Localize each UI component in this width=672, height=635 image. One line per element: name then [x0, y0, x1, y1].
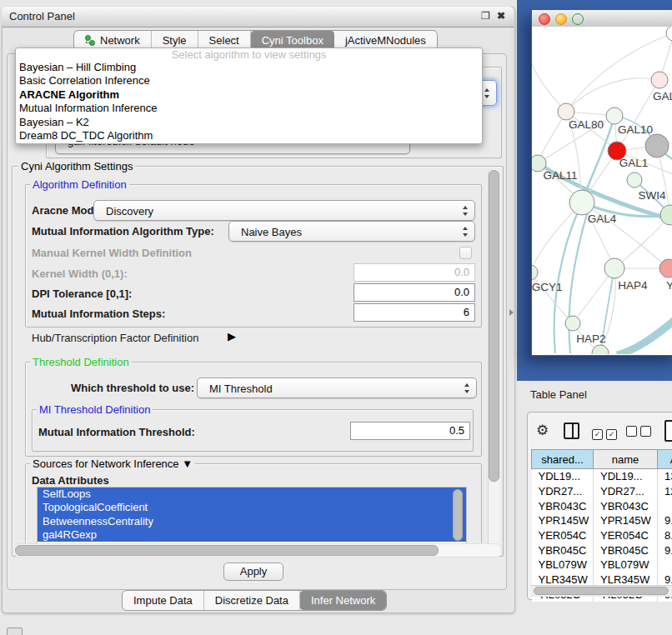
network-icon — [85, 35, 95, 46]
algorithm-option-mutual-information-inference[interactable]: Mutual Information Inference — [16, 102, 482, 115]
panel-splitter-arrow-icon[interactable] — [509, 309, 514, 316]
table-panel-title: Table Panel — [530, 388, 587, 401]
network-node-swi4[interactable] — [627, 172, 642, 188]
manual-kernel-checkbox[interactable] — [459, 247, 472, 259]
control-panel-titlebar[interactable]: Control Panel — [2, 7, 514, 28]
tab-cyni-toolbox-label: Cyni Toolbox — [262, 34, 323, 47]
column-header-name[interactable]: name — [594, 450, 658, 469]
cell: YDL19... — [594, 469, 658, 484]
mi-threshold-group-title: MI Threshold Definition — [37, 403, 153, 416]
table-row[interactable]: YBR043CYBR043C — [532, 498, 672, 513]
cell: YDL19... — [532, 469, 594, 484]
algorithm-option-basic-correlation-inference[interactable]: Basic Correlation Inference — [16, 74, 482, 88]
attribute-item-gal4rgexp[interactable]: gal4RGexp — [38, 528, 466, 542]
deselect-all-icon[interactable] — [626, 425, 654, 440]
close-icon[interactable]: ✖ — [497, 10, 505, 22]
aracne-mode-value: Discovery — [106, 204, 153, 217]
aracne-mode-combo[interactable]: Discovery — [93, 200, 475, 221]
cell — [658, 498, 672, 513]
dpi-tolerance-field[interactable]: 0.0 — [354, 283, 475, 302]
table-row[interactable]: YBR045CYBR045C9. — [532, 542, 672, 558]
network-window[interactable]: GALGAL80GAL10GAL1GAL11SWI4GAL4GCY1HAP4YH… — [531, 9, 672, 356]
network-node[interactable] — [666, 27, 672, 41]
select-all-icon[interactable]: ✓✓ — [592, 425, 620, 440]
table-row[interactable]: YDR27...YDR27...12 — [532, 484, 672, 499]
network-node-hap4[interactable] — [604, 258, 624, 278]
network-canvas[interactable]: GALGAL80GAL10GAL1GAL11SWI4GAL4GCY1HAP4YH… — [532, 27, 672, 354]
kernel-width-field[interactable]: 0.0 — [354, 263, 475, 282]
float-window-icon[interactable]: ❐ — [481, 10, 490, 22]
tab-infer-network-label: Infer Network — [311, 594, 375, 607]
tab-discretize-data[interactable]: Discretize Data — [204, 591, 300, 610]
mi-threshold-field[interactable]: 0.5 — [350, 422, 470, 440]
network-node-gal4[interactable] — [569, 190, 594, 215]
mi-threshold-label: Mutual Information Threshold: — [38, 426, 195, 438]
mi-algorithm-type-combo[interactable]: Naive Bayes — [228, 221, 475, 242]
cell: YDR27... — [532, 484, 594, 499]
zoom-traffic-icon[interactable] — [572, 13, 584, 25]
minimize-traffic-icon[interactable] — [555, 13, 567, 25]
column-header-a[interactable]: A — [658, 450, 672, 469]
cell: 9. — [658, 513, 672, 528]
apply-button[interactable]: Apply — [223, 562, 283, 581]
cell: YDR27... — [594, 484, 658, 499]
cell: 9. — [658, 542, 672, 558]
file-icon[interactable] — [664, 420, 672, 442]
algorithm-option-aracne-algorithm[interactable]: ARACNE Algorithm — [16, 88, 482, 102]
settings-horizontal-scrollbar-thumb[interactable] — [15, 545, 439, 556]
attribute-item-selfloops[interactable]: SelfLoops — [38, 488, 466, 501]
algorithm-option-dream8-dc-tdc-algorithm[interactable]: Dream8 DC_TDC Algorithm — [16, 129, 482, 142]
network-node-hap2[interactable] — [565, 316, 580, 331]
sources-group-title: Sources for Network Inference ▼ — [30, 458, 195, 470]
columns-icon[interactable] — [564, 422, 579, 439]
tab-jactivemnodules-label: jActiveMNodules — [345, 34, 426, 47]
cell: YER054C — [532, 528, 594, 543]
algorithm-option-bayesian-hill-climbing[interactable]: Bayesian – Hill Climbing — [16, 61, 482, 74]
tab-infer-network[interactable]: Infer Network — [300, 591, 386, 610]
node-label: GAL80 — [569, 118, 604, 131]
network-node-gal10[interactable] — [606, 108, 623, 124]
node-label: GAL10 — [618, 123, 653, 136]
network-node-gal80[interactable] — [558, 103, 574, 120]
combo-stepper-icon — [484, 88, 490, 98]
node-label: SWI4 — [638, 189, 665, 202]
tab-impute-data[interactable]: Impute Data — [123, 591, 204, 610]
network-node[interactable] — [645, 134, 669, 158]
which-threshold-combo[interactable]: MI Threshold — [197, 378, 477, 398]
table-row[interactable]: YDL19...YDL19...13 — [532, 469, 672, 484]
dropdown-prompt: Select algorithm to view settings — [16, 48, 482, 61]
gear-icon[interactable]: ⚙ — [536, 422, 549, 439]
network-node[interactable] — [592, 345, 609, 354]
attribute-list-scrollbar-thumb[interactable] — [453, 489, 463, 541]
close-traffic-icon[interactable] — [539, 13, 550, 25]
table-row[interactable]: YBL079WYBL079W — [532, 558, 672, 572]
cell: YBR043C — [532, 498, 594, 513]
algorithm-option-bayesian-k2[interactable]: Bayesian – K2 — [16, 116, 482, 129]
column-header-shared[interactable]: shared... — [532, 450, 594, 469]
cell: YBR043C — [594, 498, 658, 513]
manual-kernel-label: Manual Kernel Width Definition — [32, 247, 192, 259]
attribute-item-betweennesscentrality[interactable]: BetweennessCentrality — [38, 515, 466, 528]
tab-discretize-data-label: Discretize Data — [215, 594, 288, 607]
settings-group-title: Cyni Algorithm Settings — [18, 160, 135, 172]
node-label: GAL11 — [543, 169, 577, 182]
network-node[interactable] — [660, 205, 672, 225]
network-window-titlebar[interactable] — [532, 10, 672, 28]
expand-arrow-icon[interactable]: ▶ — [228, 330, 236, 342]
attribute-item-topologicalcoefficient[interactable]: TopologicalCoefficient — [38, 501, 466, 514]
network-edge — [566, 78, 659, 112]
data-attributes-list[interactable]: SelfLoopsTopologicalCoefficientBetweenne… — [37, 487, 467, 547]
minimized-panel-icon[interactable] — [7, 628, 23, 635]
cell: 12 — [658, 484, 672, 499]
table-row[interactable]: YPR145WYPR145W9. — [532, 513, 672, 528]
table-horizontal-scrollbar-thumb[interactable] — [534, 587, 669, 595]
table-row[interactable]: YER054CYER054C8. — [532, 528, 672, 543]
mi-steps-field[interactable]: 6 — [354, 303, 475, 322]
network-node-gal[interactable] — [651, 72, 668, 88]
cell: 13 — [658, 469, 672, 484]
network-node-gcy1[interactable] — [532, 265, 538, 280]
collapse-arrow-icon[interactable]: ▼ — [182, 458, 193, 470]
node-label: GAL1 — [619, 157, 649, 169]
settings-vertical-scrollbar-thumb[interactable] — [489, 170, 499, 482]
cell: YER054C — [594, 528, 658, 543]
